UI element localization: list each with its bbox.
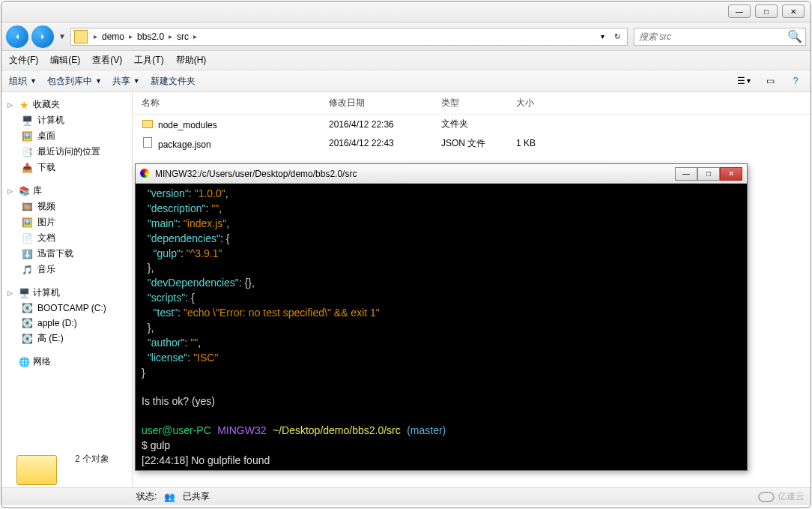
back-button[interactable] xyxy=(6,25,28,48)
file-row[interactable]: node_modules 2016/4/12 22:36 文件夹 xyxy=(133,115,811,133)
drive-icon: 💽 xyxy=(21,302,33,314)
drive-icon: 💽 xyxy=(21,333,33,345)
sidebar-item-videos[interactable]: 🎞️视频 xyxy=(4,199,129,214)
terminal-titlebar[interactable]: MINGW32:/c/Users/user/Desktop/demo/bbs2.… xyxy=(136,164,747,184)
search-box[interactable]: 🔍 xyxy=(634,28,806,46)
shared-icon: 👥 xyxy=(164,492,175,502)
sidebar-item-computer[interactable]: 🖥️计算机 xyxy=(4,112,129,128)
music-icon: 🎵 xyxy=(21,264,33,276)
include-button[interactable]: 包含到库中▼ xyxy=(47,75,102,88)
minimize-button[interactable]: — xyxy=(728,4,751,18)
sidebar-item-drive-e[interactable]: 💽高 (E:) xyxy=(4,331,129,346)
sidebar-item-drive-d[interactable]: 💽apple (D:) xyxy=(4,316,129,331)
sidebar-item-downloads[interactable]: 📥下载 xyxy=(4,160,129,175)
sidebar-item-drive-c[interactable]: 💽BOOTCAMP (C:) xyxy=(4,301,129,316)
network-icon: 🌐 xyxy=(18,356,30,368)
computer-icon: 🖥️ xyxy=(18,287,30,299)
terminal-close-button[interactable]: ✕ xyxy=(720,167,742,181)
computer-icon: 🖥️ xyxy=(21,115,33,127)
sidebar-network[interactable]: 🌐网络 xyxy=(4,354,129,370)
drive-icon: 💽 xyxy=(21,317,33,329)
preview-pane-icon[interactable]: ▭ xyxy=(763,73,778,88)
menu-help[interactable]: 帮助(H) xyxy=(176,54,207,67)
statusbar: 状态: 👥 已共享 xyxy=(1,487,811,505)
object-count: 2 个对象 xyxy=(75,453,109,466)
star-icon: ★ xyxy=(18,99,30,111)
menubar: 文件(F) 编辑(E) 查看(V) 工具(T) 帮助(H) xyxy=(1,51,811,70)
breadcrumb-dropdown[interactable]: ▾ xyxy=(596,30,609,43)
chevron-right-icon[interactable]: ▸ xyxy=(127,32,134,40)
breadcrumb-part[interactable]: bbs2.0 xyxy=(134,31,167,42)
recent-icon: 📑 xyxy=(21,146,33,158)
chevron-right-icon[interactable]: ▸ xyxy=(192,32,199,40)
picture-icon: 🖼️ xyxy=(21,217,33,229)
cloud-icon xyxy=(758,492,775,502)
close-button[interactable]: ✕ xyxy=(782,4,805,18)
sidebar-label: 收藏夹 xyxy=(33,98,60,111)
sidebar-libraries[interactable]: ▷📚库 xyxy=(4,183,129,199)
search-input[interactable] xyxy=(639,31,789,42)
breadcrumb[interactable]: ▸ demo ▸ bbs2.0 ▸ src ▸ ▾ ↻ xyxy=(70,28,628,46)
sidebar-item-desktop[interactable]: 🖼️桌面 xyxy=(4,128,129,144)
maximize-button[interactable]: □ xyxy=(755,4,778,18)
desktop-icon: 🖼️ xyxy=(21,130,33,142)
breadcrumb-part[interactable]: demo xyxy=(99,31,127,42)
watermark: 亿速云 xyxy=(758,490,805,503)
forward-button[interactable] xyxy=(31,25,54,48)
chevron-right-icon[interactable]: ▸ xyxy=(167,32,174,40)
column-type[interactable]: 类型 xyxy=(437,95,512,111)
column-date[interactable]: 修改日期 xyxy=(324,95,437,111)
toolbar: 组织▼ 包含到库中▼ 共享▼ 新建文件夹 ☰ ▼ ▭ ? xyxy=(1,70,811,92)
terminal-body[interactable]: "version": "1.0.0", "description": "", "… xyxy=(136,184,747,470)
newfolder-button[interactable]: 新建文件夹 xyxy=(151,75,196,88)
help-icon[interactable]: ? xyxy=(788,73,803,88)
video-icon: 🎞️ xyxy=(21,201,33,213)
breadcrumb-part[interactable]: src xyxy=(174,31,192,42)
column-name[interactable]: 名称 xyxy=(137,95,324,111)
chevron-right-icon[interactable]: ▸ xyxy=(92,32,99,40)
folder-icon xyxy=(142,118,154,130)
terminal-minimize-button[interactable]: — xyxy=(675,167,697,181)
window-titlebar: — □ ✕ xyxy=(1,1,811,22)
sidebar-item-documents[interactable]: 📄文档 xyxy=(4,230,129,246)
library-icon: 📚 xyxy=(18,185,30,197)
menu-file[interactable]: 文件(F) xyxy=(9,54,38,67)
sidebar: ▷★收藏夹 🖥️计算机 🖼️桌面 📑最近访问的位置 📥下载 ▷📚库 🎞️视频 🖼… xyxy=(1,92,133,487)
organize-button[interactable]: 组织▼ xyxy=(9,75,37,88)
menu-edit[interactable]: 编辑(E) xyxy=(50,54,80,67)
column-size[interactable]: 大小 xyxy=(512,95,587,111)
share-button[interactable]: 共享▼ xyxy=(112,75,140,88)
file-row[interactable]: package.json 2016/4/12 22:43 JSON 文件 1 K… xyxy=(133,133,811,153)
sidebar-item-recent[interactable]: 📑最近访问的位置 xyxy=(4,144,129,160)
view-options-icon[interactable]: ☰ ▼ xyxy=(737,73,752,88)
navigation-bar: ▼ ▸ demo ▸ bbs2.0 ▸ src ▸ ▾ ↻ 🔍 xyxy=(1,22,811,51)
terminal-maximize-button[interactable]: □ xyxy=(697,167,720,181)
mingw-icon xyxy=(140,169,151,179)
terminal-title: MINGW32:/c/Users/user/Desktop/demo/bbs2.… xyxy=(155,169,357,179)
search-icon[interactable]: 🔍 xyxy=(789,31,801,43)
download-icon: 📥 xyxy=(21,162,33,174)
sidebar-computer[interactable]: ▷🖥️计算机 xyxy=(4,285,129,301)
status-value: 已共享 xyxy=(183,490,210,503)
history-dropdown[interactable]: ▼ xyxy=(57,32,67,40)
status-label: 状态: xyxy=(136,490,157,503)
sidebar-item-thunder[interactable]: ⬇️迅雷下载 xyxy=(4,246,129,262)
menu-view[interactable]: 查看(V) xyxy=(92,54,122,67)
menu-tools[interactable]: 工具(T) xyxy=(134,54,163,67)
json-file-icon xyxy=(142,136,154,148)
document-icon: 📄 xyxy=(21,232,33,244)
sidebar-favorites[interactable]: ▷★收藏夹 xyxy=(4,97,129,112)
sidebar-item-music[interactable]: 🎵音乐 xyxy=(4,262,129,277)
download-icon: ⬇️ xyxy=(21,248,33,260)
sidebar-item-pictures[interactable]: 🖼️图片 xyxy=(4,214,129,230)
refresh-button[interactable]: ↻ xyxy=(610,30,624,43)
column-header-row: 名称 修改日期 类型 大小 xyxy=(133,92,811,115)
details-pane-icon xyxy=(16,449,61,487)
terminal-window[interactable]: MINGW32:/c/Users/user/Desktop/demo/bbs2.… xyxy=(135,163,748,471)
folder-icon xyxy=(74,30,88,43)
